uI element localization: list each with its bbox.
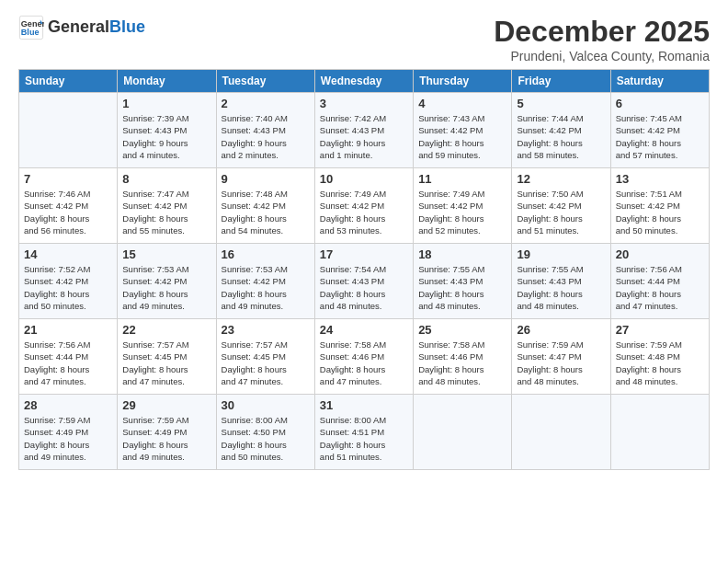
day-cell: 12Sunrise: 7:50 AM Sunset: 4:42 PM Dayli… [512,168,610,244]
day-info: Sunrise: 7:43 AM Sunset: 4:42 PM Dayligh… [418,112,506,161]
subtitle: Prundeni, Valcea County, Romania [494,49,710,63]
day-info: Sunrise: 7:44 AM Sunset: 4:42 PM Dayligh… [517,112,605,161]
logo-icon: General Blue [18,15,44,40]
day-number: 25 [418,323,506,337]
day-cell: 8Sunrise: 7:47 AM Sunset: 4:42 PM Daylig… [118,168,216,244]
day-info: Sunrise: 7:58 AM Sunset: 4:46 PM Dayligh… [320,339,408,387]
day-cell: 29Sunrise: 7:59 AM Sunset: 4:49 PM Dayli… [118,395,216,470]
title-area: December 2025 Prundeni, Valcea County, R… [494,15,710,63]
day-cell: 5Sunrise: 7:44 AM Sunset: 4:42 PM Daylig… [512,93,610,168]
day-info: Sunrise: 7:49 AM Sunset: 4:42 PM Dayligh… [320,188,408,236]
calendar-table: SundayMondayTuesdayWednesdayThursdayFrid… [18,69,710,470]
day-cell: 21Sunrise: 7:56 AM Sunset: 4:44 PM Dayli… [19,319,118,395]
day-info: Sunrise: 7:50 AM Sunset: 4:42 PM Dayligh… [517,188,605,236]
day-info: Sunrise: 8:00 AM Sunset: 4:50 PM Dayligh… [222,414,310,463]
day-cell: 17Sunrise: 7:54 AM Sunset: 4:43 PM Dayli… [314,244,413,319]
day-info: Sunrise: 7:46 AM Sunset: 4:42 PM Dayligh… [24,188,112,236]
day-info: Sunrise: 7:47 AM Sunset: 4:42 PM Dayligh… [122,188,210,236]
day-info: Sunrise: 7:48 AM Sunset: 4:42 PM Dayligh… [222,188,310,236]
week-row-1: 7Sunrise: 7:46 AM Sunset: 4:42 PM Daylig… [19,168,710,244]
day-cell [610,395,709,470]
day-cell: 9Sunrise: 7:48 AM Sunset: 4:42 PM Daylig… [216,168,314,244]
day-info: Sunrise: 7:54 AM Sunset: 4:43 PM Dayligh… [320,263,408,312]
day-number: 23 [222,323,310,337]
logo-general: General [48,17,109,36]
day-cell: 18Sunrise: 7:55 AM Sunset: 4:43 PM Dayli… [414,244,512,319]
day-number: 4 [418,97,506,110]
day-cell: 25Sunrise: 7:58 AM Sunset: 4:46 PM Dayli… [414,319,512,395]
day-info: Sunrise: 7:53 AM Sunset: 4:42 PM Dayligh… [222,263,310,312]
day-number: 21 [24,323,112,337]
header: General Blue GeneralBlue December 2025 P… [18,15,710,63]
day-number: 22 [122,323,210,337]
day-info: Sunrise: 8:00 AM Sunset: 4:51 PM Dayligh… [320,414,408,463]
day-number: 27 [616,323,704,337]
page: General Blue GeneralBlue December 2025 P… [0,0,728,563]
week-row-2: 14Sunrise: 7:52 AM Sunset: 4:42 PM Dayli… [19,244,710,319]
day-cell: 11Sunrise: 7:49 AM Sunset: 4:42 PM Dayli… [414,168,512,244]
day-info: Sunrise: 7:57 AM Sunset: 4:45 PM Dayligh… [222,339,310,387]
week-row-4: 28Sunrise: 7:59 AM Sunset: 4:49 PM Dayli… [19,395,710,470]
logo: General Blue GeneralBlue [18,15,145,40]
week-row-0: 1Sunrise: 7:39 AM Sunset: 4:43 PM Daylig… [19,93,710,168]
day-number: 19 [517,247,605,261]
day-number: 11 [418,172,506,186]
day-number: 13 [616,172,704,186]
day-cell: 30Sunrise: 8:00 AM Sunset: 4:50 PM Dayli… [216,395,314,470]
col-header-sunday: Sunday [19,70,118,93]
day-cell: 13Sunrise: 7:51 AM Sunset: 4:42 PM Dayli… [610,168,709,244]
day-info: Sunrise: 7:40 AM Sunset: 4:43 PM Dayligh… [222,112,310,161]
day-cell: 23Sunrise: 7:57 AM Sunset: 4:45 PM Dayli… [216,319,314,395]
day-info: Sunrise: 7:42 AM Sunset: 4:43 PM Dayligh… [320,112,408,161]
day-number: 18 [418,247,506,261]
day-number: 6 [616,97,704,110]
day-number: 28 [24,398,112,412]
day-cell: 26Sunrise: 7:59 AM Sunset: 4:47 PM Dayli… [512,319,610,395]
day-number: 8 [122,172,210,186]
day-cell [19,93,118,168]
day-cell: 24Sunrise: 7:58 AM Sunset: 4:46 PM Dayli… [314,319,413,395]
day-cell: 6Sunrise: 7:45 AM Sunset: 4:42 PM Daylig… [610,93,709,168]
col-header-wednesday: Wednesday [314,70,413,93]
day-info: Sunrise: 7:55 AM Sunset: 4:43 PM Dayligh… [418,263,506,312]
day-cell: 2Sunrise: 7:40 AM Sunset: 4:43 PM Daylig… [216,93,314,168]
day-number: 10 [320,172,408,186]
logo-blue: Blue [109,17,145,36]
day-info: Sunrise: 7:59 AM Sunset: 4:48 PM Dayligh… [616,339,704,387]
day-number: 24 [320,323,408,337]
day-cell [414,395,512,470]
day-cell: 10Sunrise: 7:49 AM Sunset: 4:42 PM Dayli… [314,168,413,244]
col-header-friday: Friday [512,70,610,93]
header-row: SundayMondayTuesdayWednesdayThursdayFrid… [19,70,710,93]
day-info: Sunrise: 7:39 AM Sunset: 4:43 PM Dayligh… [122,112,210,161]
day-number: 12 [517,172,605,186]
day-cell: 31Sunrise: 8:00 AM Sunset: 4:51 PM Dayli… [314,395,413,470]
day-info: Sunrise: 7:59 AM Sunset: 4:49 PM Dayligh… [122,414,210,463]
day-number: 17 [320,247,408,261]
day-info: Sunrise: 7:55 AM Sunset: 4:43 PM Dayligh… [517,263,605,312]
day-cell: 22Sunrise: 7:57 AM Sunset: 4:45 PM Dayli… [118,319,216,395]
day-number: 26 [517,323,605,337]
week-row-3: 21Sunrise: 7:56 AM Sunset: 4:44 PM Dayli… [19,319,710,395]
day-number: 29 [122,398,210,412]
day-number: 2 [222,97,310,110]
day-number: 31 [320,398,408,412]
col-header-thursday: Thursday [414,70,512,93]
day-info: Sunrise: 7:52 AM Sunset: 4:42 PM Dayligh… [24,263,112,312]
day-info: Sunrise: 7:57 AM Sunset: 4:45 PM Dayligh… [122,339,210,387]
day-info: Sunrise: 7:51 AM Sunset: 4:42 PM Dayligh… [616,188,704,236]
col-header-saturday: Saturday [610,70,709,93]
day-cell: 15Sunrise: 7:53 AM Sunset: 4:42 PM Dayli… [118,244,216,319]
day-info: Sunrise: 7:53 AM Sunset: 4:42 PM Dayligh… [122,263,210,312]
day-info: Sunrise: 7:59 AM Sunset: 4:49 PM Dayligh… [24,414,112,463]
day-info: Sunrise: 7:56 AM Sunset: 4:44 PM Dayligh… [24,339,112,387]
day-cell: 27Sunrise: 7:59 AM Sunset: 4:48 PM Dayli… [610,319,709,395]
svg-text:Blue: Blue [21,28,40,37]
day-cell: 14Sunrise: 7:52 AM Sunset: 4:42 PM Dayli… [19,244,118,319]
logo-text: GeneralBlue [48,18,145,37]
day-number: 30 [222,398,310,412]
day-cell [512,395,610,470]
day-number: 9 [222,172,310,186]
day-cell: 7Sunrise: 7:46 AM Sunset: 4:42 PM Daylig… [19,168,118,244]
col-header-tuesday: Tuesday [216,70,314,93]
